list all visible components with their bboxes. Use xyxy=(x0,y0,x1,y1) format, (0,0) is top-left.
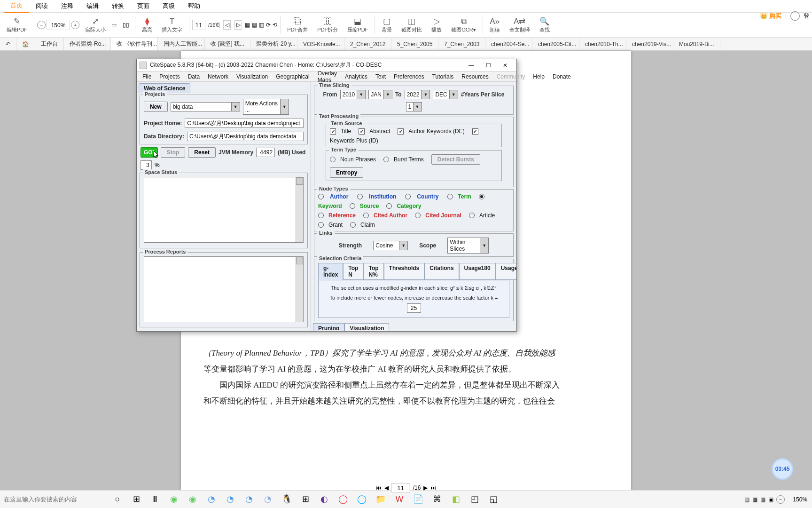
cortana-icon[interactable]: ○ xyxy=(111,492,124,506)
scroll-up-button-2[interactable] xyxy=(296,257,303,264)
from-year[interactable]: 2010 xyxy=(340,90,358,99)
app13-icon[interactable]: ◱ xyxy=(487,492,500,506)
to-year[interactable]: 2022 xyxy=(405,90,422,99)
trans-button[interactable]: A⇄全文翻译 xyxy=(506,16,534,34)
view-1-icon[interactable]: ▤ xyxy=(744,496,750,503)
zoom-out-button[interactable]: − xyxy=(37,21,46,29)
tab-2[interactable]: 收-《软件导刊... xyxy=(111,38,158,50)
read-button[interactable]: A»朗读 xyxy=(486,16,504,34)
menu-edit[interactable]: 编辑 xyxy=(80,0,105,12)
tab-14[interactable]: Mou2019-Bi... xyxy=(673,38,720,50)
menu-page[interactable]: 页面 xyxy=(131,0,156,12)
eclipse-icon[interactable]: ◐ xyxy=(318,492,331,506)
menu-help[interactable]: 帮助 xyxy=(181,0,207,12)
bg-button[interactable]: ▢背景 xyxy=(378,16,396,34)
menu-community[interactable]: Community xyxy=(493,72,529,81)
tab-12[interactable]: chen2010-Th... xyxy=(579,38,626,50)
app11-icon[interactable]: ◧ xyxy=(449,492,462,506)
compress-button[interactable]: ⬓压缩PDF xyxy=(344,16,372,34)
menu-adv[interactable]: 高级 xyxy=(156,0,181,12)
tab-8[interactable]: 5_Chen_2005 xyxy=(391,38,438,50)
app10-icon[interactable]: ⌘ xyxy=(430,492,444,506)
page-number-input[interactable] xyxy=(192,20,205,30)
back-button[interactable]: ↶ xyxy=(0,38,16,50)
new-button[interactable]: New xyxy=(144,102,168,112)
jvm-memory-input[interactable] xyxy=(256,148,275,157)
sel-tab-cit[interactable]: Citations xyxy=(424,263,459,280)
view-4-icon[interactable]: ▣ xyxy=(768,496,773,503)
merge-button[interactable]: ⿻PDF合并 xyxy=(283,16,312,34)
country-radio[interactable] xyxy=(405,194,411,199)
space-status-area[interactable] xyxy=(144,177,304,243)
from-year-arrow[interactable]: ▼ xyxy=(357,90,366,99)
menu-convert[interactable]: 转换 xyxy=(105,0,131,12)
page-prev-button[interactable]: ◁ xyxy=(223,20,231,30)
menu-tutorials[interactable]: Tutorials xyxy=(429,72,458,81)
minimize-button[interactable]: — xyxy=(463,60,480,71)
view-2-icon[interactable]: ▦ xyxy=(752,496,757,503)
menu-read[interactable]: 阅读 xyxy=(29,0,55,12)
menu-help-cs[interactable]: Help xyxy=(529,72,548,81)
from-month-arrow[interactable]: ▼ xyxy=(384,90,392,99)
highlight-button[interactable]: ⧫ 高亮 xyxy=(138,16,156,34)
menu-visualization[interactable]: Visualization xyxy=(233,72,272,81)
tab-5[interactable]: 聚类分析-20 y... xyxy=(250,38,297,50)
article-radio[interactable] xyxy=(469,213,475,218)
tab-13[interactable]: chen2019-Vis... xyxy=(626,38,673,50)
to-year-arrow[interactable]: ▼ xyxy=(422,90,430,99)
app9-icon[interactable]: W xyxy=(393,492,406,506)
institution-radio[interactable] xyxy=(357,194,363,199)
page-next-button[interactable]: ▷ xyxy=(234,20,242,30)
login-text[interactable]: 登 xyxy=(804,12,809,20)
pdf-icon[interactable]: 📄 xyxy=(412,492,425,506)
bt-radio[interactable] xyxy=(383,157,389,162)
menu-home[interactable]: 首页 xyxy=(4,0,29,13)
category-radio[interactable] xyxy=(386,203,392,209)
menu-data[interactable]: Data xyxy=(184,72,203,81)
menu-file[interactable]: File xyxy=(139,72,155,81)
keyword-radio[interactable] xyxy=(479,194,484,199)
project-combo[interactable]: big data xyxy=(171,102,232,111)
menu-geographical[interactable]: Geographical xyxy=(272,72,313,81)
sel-tab-gindex[interactable]: g-index xyxy=(318,263,343,280)
term-radio[interactable] xyxy=(447,194,453,199)
view-3-icon[interactable]: ▥ xyxy=(760,496,765,503)
cited-author-radio[interactable] xyxy=(363,213,369,218)
record-timer[interactable]: 03:45 xyxy=(772,458,793,480)
source-radio[interactable] xyxy=(350,203,355,209)
close-button[interactable]: ✕ xyxy=(497,60,514,71)
app8-icon[interactable]: ⊞ xyxy=(299,492,312,506)
maximize-button[interactable]: ☐ xyxy=(480,60,497,71)
rotate2-icon[interactable]: ⟲ xyxy=(273,22,277,28)
app7-icon[interactable]: ◔ xyxy=(261,492,274,506)
menu-analytics[interactable]: Analytics xyxy=(341,72,371,81)
to-month[interactable]: DEC xyxy=(433,90,449,99)
strength-arrow[interactable]: ▼ xyxy=(399,241,408,250)
claim-radio[interactable] xyxy=(350,222,356,228)
tab-6[interactable]: VOS-Knowle... xyxy=(297,38,344,50)
insert-text-button[interactable]: T 插入文字 xyxy=(158,16,186,34)
search-input[interactable] xyxy=(4,494,107,505)
abs-check[interactable] xyxy=(359,128,365,135)
tab-1[interactable]: 作者聚类-Ro... xyxy=(64,38,111,50)
yps-arrow[interactable]: ▼ xyxy=(414,102,422,111)
edge-icon[interactable]: ◯ xyxy=(355,492,368,506)
more-actions-combo[interactable]: More Actions ... xyxy=(243,99,281,115)
author-radio[interactable] xyxy=(318,194,324,199)
app6-icon[interactable]: ◔ xyxy=(242,492,256,506)
grant-radio[interactable] xyxy=(318,222,324,228)
go-button[interactable]: GO! xyxy=(141,147,158,158)
app3-icon[interactable]: ◉ xyxy=(186,492,199,506)
entropy-button[interactable]: Entropy xyxy=(330,167,363,178)
strength-combo[interactable]: Cosine xyxy=(373,241,399,250)
split-button[interactable]: ⿲PDF拆分 xyxy=(313,16,342,34)
zoom-in-button[interactable]: + xyxy=(71,21,79,29)
ocr-button[interactable]: ⧉截图OCR▾ xyxy=(447,16,479,34)
reference-radio[interactable] xyxy=(318,213,324,218)
zoom-value[interactable]: 150% xyxy=(47,20,70,30)
akw-check[interactable] xyxy=(398,128,404,135)
home-button[interactable]: 🏠 xyxy=(16,38,35,50)
np-radio[interactable] xyxy=(330,157,336,162)
title-check[interactable] xyxy=(330,128,336,135)
yps-input[interactable]: 1 xyxy=(406,102,414,111)
